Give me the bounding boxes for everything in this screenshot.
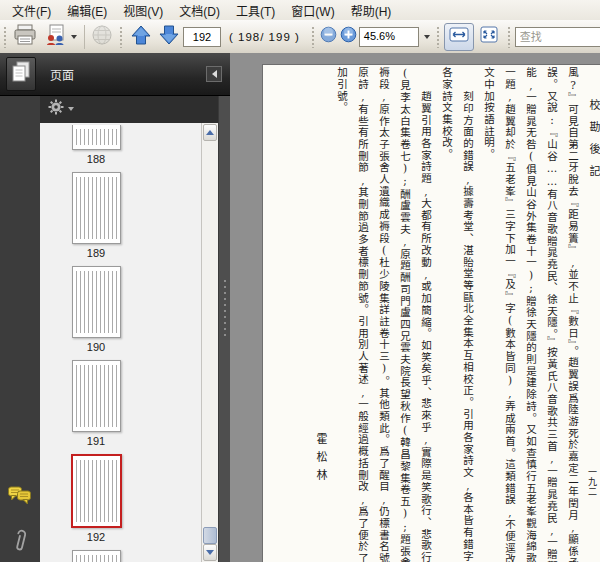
page-thumbnail[interactable]: 188 [42,125,150,165]
thumbnails-panel: 188189190191192 [40,123,218,562]
page-thumbnail[interactable] [42,550,150,562]
share-document-icon [44,24,68,50]
thumbnail-text-lines [76,129,117,145]
fit-page-icon [479,26,499,48]
fit-width-icon [449,26,469,48]
running-title: 校勘後記 [585,99,600,187]
thumbnail-page-number: 192 [87,531,105,543]
thumbnail-text-lines [76,555,117,562]
pages-icon [12,61,30,87]
menu-item[interactable]: 编辑(E) [59,0,115,21]
scroll-down-button[interactable] [203,544,217,561]
author-signature: 霍松林 [310,67,331,562]
document-pane[interactable]: 校勘後記 一九二 風?』可見自第二牙脫去『距易簀』,並不止『數日』。趙翼誤爲陸游… [230,53,600,562]
paperclip-icon [11,541,29,558]
fit-page-button[interactable] [474,23,504,51]
thumbnail-page-number: 188 [87,153,105,165]
pages-panel-header: 页面 [0,53,230,96]
toolbar-grip[interactable] [119,26,124,48]
page-number-input[interactable] [183,27,221,47]
splitter-grip-icon [223,278,227,336]
options-dropdown-arrow-icon [68,107,74,111]
minus-circle-icon [320,26,337,47]
panel-options-button[interactable] [48,99,74,119]
document-page: 校勘後記 一九二 風?』可見自第二牙脫去『距易簀』,並不止『數日』。趙翼誤爲陸游… [262,64,600,562]
share-dropdown-arrow-icon[interactable] [71,35,77,39]
paragraph: 風?』可見自第二牙脫去『距易簀』,並不止『數日』。趙翼誤爲陸游死於嘉定二年閏月,… [478,67,583,562]
arrow-down-icon [158,24,180,50]
menu-item[interactable]: 工具(T) [228,0,283,21]
chevron-down-icon [424,35,430,39]
thumbnail-page-number: 191 [87,435,105,447]
thumbnail-list: 188189190191192 [42,125,150,562]
application-window: 文件(F)编辑(E)视图(V)文档(D)工具(T)窗口(W)帮助(H) [0,0,600,562]
attachments-panel-button[interactable] [11,527,29,559]
paragraph: 刻印方面的錯誤,據壽考堂、湛貽堂等甌北全集本互相校正。引用各家詩文,各本皆有錯字… [436,67,478,562]
previous-page-button[interactable] [127,24,155,50]
thumbnail-page-number: 190 [87,341,105,353]
main-area: 页面 [0,53,600,562]
thumbnail-text-lines [76,271,117,333]
navigation-strip [0,95,41,562]
thumbnail-preview[interactable] [72,172,121,244]
zoom-out-button[interactable] [319,24,339,50]
scroll-up-button[interactable] [203,124,217,141]
next-page-button[interactable] [155,24,183,50]
comments-panel-button[interactable] [8,485,33,511]
globe-icon [91,24,113,50]
toolbar-grip[interactable] [311,26,316,48]
menu-item[interactable]: 视图(V) [115,0,171,21]
menu-item[interactable]: 文档(D) [171,0,228,21]
panel-title: 页面 [50,66,206,83]
thumbnail-text-lines [76,460,117,522]
print-button[interactable] [11,24,39,50]
page-folio-number: 一九二 [586,467,599,497]
zoom-in-button[interactable] [339,24,359,50]
zoom-level-display[interactable]: 45.6% [359,27,419,47]
toolbar-grip[interactable] [436,26,441,48]
panel-options-row [40,95,226,124]
scroll-down-icon [206,550,214,555]
panel-scrollbar[interactable] [201,123,218,562]
pages-panel-tab[interactable] [6,57,36,91]
plus-circle-icon [340,26,357,47]
thumbnail-preview[interactable] [72,266,121,338]
menu-bar: 文件(F)编辑(E)视图(V)文档(D)工具(T)窗口(W)帮助(H) [0,0,600,21]
fit-width-button[interactable] [444,23,474,51]
collapse-panel-button[interactable] [206,66,222,82]
page-count-label: ( 198/ 199 ) [229,31,300,43]
menu-item[interactable]: 窗口(W) [283,0,342,21]
toolbar-grip[interactable] [3,26,8,48]
printer-icon [13,24,37,50]
thumbnail-preview[interactable] [72,360,121,432]
thumbnail-text-lines [76,365,117,427]
page-thumbnail[interactable]: 190 [42,266,150,353]
toolbar: ( 198/ 199 ) 45.6% [0,20,600,54]
paragraph: 趙翼引用各家詩題,大都有所改動,或加簡縮。如笑矣乎、悲來乎,實際是笑歌行、悲歌行… [331,67,436,562]
toolbar-separator [84,25,85,49]
scroll-up-icon [206,130,214,135]
thumbnail-preview[interactable] [72,550,121,562]
thumbnail-preview[interactable] [71,454,122,528]
find-input[interactable] [515,27,600,47]
comments-icon [8,493,33,510]
thumbnail-page-number: 189 [87,247,105,259]
scrollbar-thumb[interactable] [203,527,217,544]
network-button [88,24,116,50]
thumbnail-text-lines [76,177,117,239]
thumbnail-preview[interactable] [72,125,121,150]
zoom-dropdown-button[interactable] [419,27,433,47]
menu-item[interactable]: 文件(F) [4,0,59,21]
gear-icon [48,99,64,119]
menu-item[interactable]: 帮助(H) [343,0,400,21]
toolbar-grip[interactable] [507,26,512,48]
page-thumbnail[interactable]: 189 [42,172,150,259]
page-thumbnail[interactable]: 192 [42,454,150,543]
collapse-arrow-icon [212,70,217,78]
page-text: 風?』可見自第二牙脫去『距易簀』,並不止『數日』。趙翼誤爲陸游死於嘉定二年閏月,… [310,67,583,562]
arrow-up-icon [130,24,152,50]
page-thumbnail[interactable]: 191 [42,360,150,447]
share-button[interactable] [39,24,81,50]
